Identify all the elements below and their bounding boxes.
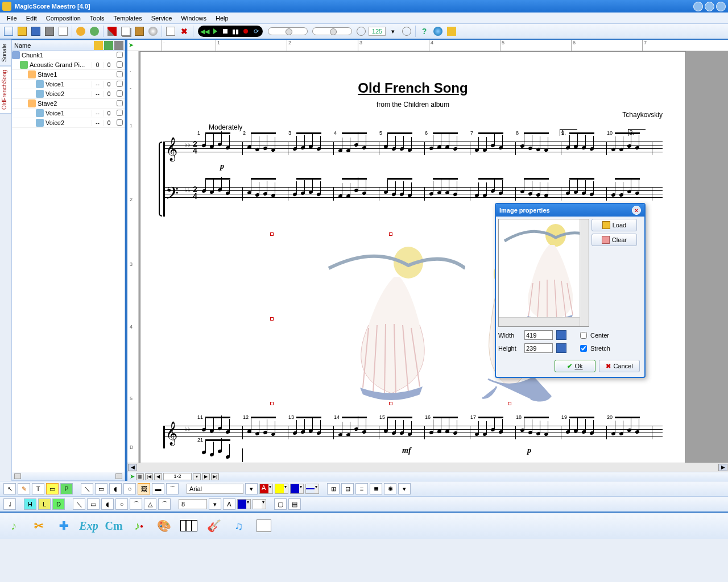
fit-button[interactable]: ▢ (274, 498, 287, 510)
volume-slider[interactable] (268, 27, 308, 35)
line-style-button[interactable]: ▾ (305, 484, 319, 494)
add-icon[interactable]: ✚ (55, 517, 73, 535)
preview-button[interactable] (57, 25, 69, 38)
line-color-button[interactable]: ▾ (290, 484, 304, 494)
menu-templates[interactable]: Templates (109, 14, 147, 23)
textbox-tool[interactable]: ▭ (46, 483, 59, 494)
tree-row[interactable]: Chunk1 (12, 51, 125, 60)
scroll-right-button[interactable] (115, 473, 122, 479)
last-page-button[interactable]: ▶| (211, 473, 219, 480)
ellipse2-tool[interactable]: ○ (115, 498, 128, 510)
height-calc-button[interactable] (556, 343, 566, 353)
menu-file[interactable]: File (2, 14, 22, 23)
piano-icon[interactable] (180, 517, 198, 535)
mixer-icon[interactable]: ♫ (230, 517, 248, 535)
tree-row[interactable]: Voice2--0 (12, 89, 125, 99)
view-mode-button[interactable]: ▦ (136, 473, 144, 480)
curve2-tool[interactable]: ⌒ (158, 498, 171, 510)
highlight-yellow[interactable]: L (38, 498, 51, 510)
embedded-image[interactable] (271, 234, 510, 404)
rect2-tool[interactable]: ▭ (87, 498, 100, 510)
horizontal-scrollbar[interactable]: ◀ ▶ (127, 463, 728, 472)
note-tool[interactable]: ♩ (3, 498, 16, 510)
rewind-button[interactable]: ◀◀ (200, 27, 209, 36)
roundrect-tool[interactable]: ◖ (109, 483, 122, 494)
maximize-button[interactable] (705, 2, 714, 11)
font-color-button[interactable]: A▾ (259, 484, 273, 494)
undo-button[interactable] (75, 25, 87, 38)
pen-tool[interactable]: ✎ (18, 483, 30, 494)
record-button[interactable] (241, 27, 250, 36)
align-left-button[interactable]: ≡ (355, 483, 368, 494)
palette-icon[interactable]: 🎨 (155, 517, 173, 535)
menu-tools[interactable]: Tools (85, 14, 109, 23)
scissors-icon[interactable]: ✂ (30, 517, 48, 535)
width-field[interactable] (524, 330, 553, 340)
minimize-button[interactable] (693, 2, 703, 11)
weight-button[interactable]: ▾ (253, 499, 266, 509)
page-layout-button[interactable]: ▤ (288, 498, 301, 510)
clear-button[interactable]: Clear (592, 234, 637, 246)
image-tool[interactable]: 🖼 (138, 483, 150, 494)
prev-page-button[interactable]: ◀ (154, 473, 162, 480)
pause-button[interactable]: ▮▮ (231, 27, 240, 36)
scroll-left-arrow[interactable]: ◀ (128, 464, 137, 471)
tree-row[interactable]: Stave1 (12, 70, 125, 80)
font-dropdown[interactable]: ▾ (245, 483, 258, 494)
menu-service[interactable]: Service (147, 14, 177, 23)
line2-tool[interactable]: ＼ (73, 498, 85, 510)
sidetab-sonate[interactable]: Sonate (0, 40, 11, 66)
sidetab-oldfrenchsong[interactable]: OldFrenchSong (0, 66, 11, 114)
chord-tool[interactable]: P (60, 483, 73, 494)
scroll-right-arrow[interactable]: ▶ (718, 464, 727, 471)
paste-button[interactable] (133, 25, 146, 38)
ungroup-button[interactable]: ⊟ (341, 483, 354, 494)
load-button[interactable]: Load (592, 219, 637, 231)
stop-button[interactable] (221, 27, 230, 36)
chord-icon[interactable]: Cm (105, 517, 123, 535)
zoom-out-button[interactable] (355, 25, 367, 38)
record-icon[interactable]: ♪● (130, 517, 148, 535)
save-button[interactable] (30, 25, 42, 38)
ellipse-tool[interactable]: ○ (123, 483, 136, 494)
cut-button[interactable] (106, 25, 118, 38)
tree-row[interactable]: Stave2 (12, 99, 125, 109)
fill-color-button[interactable]: ▾ (237, 499, 251, 509)
first-page-button[interactable]: |◀ (145, 473, 153, 480)
preview-vscroll[interactable] (580, 219, 589, 326)
tree-row[interactable]: Voice1--0 (12, 80, 125, 89)
symbol-button[interactable]: ✺ (384, 483, 396, 494)
triangle-tool[interactable]: △ (144, 498, 156, 510)
tree-row[interactable]: Acoustic Grand Pi...00 (12, 60, 125, 70)
page-dropdown[interactable]: ▾ (193, 473, 201, 480)
fill-tool[interactable]: ▬ (152, 483, 164, 494)
pan-slider[interactable] (312, 27, 352, 35)
open-button[interactable] (16, 25, 28, 38)
font-select[interactable] (187, 484, 243, 494)
roundrect2-tool[interactable]: ◖ (101, 498, 114, 510)
stretch-checkbox[interactable] (580, 345, 587, 352)
find-button[interactable] (147, 25, 159, 38)
note-entry-icon[interactable]: ♪ (5, 517, 23, 535)
play-button[interactable] (210, 27, 220, 36)
highlight-cyan[interactable]: H (24, 498, 36, 510)
tree-row[interactable]: Voice1--0 (12, 109, 125, 118)
page-field[interactable]: 1-2 (163, 473, 192, 480)
settings-icon[interactable] (114, 41, 123, 50)
preview-hscroll[interactable] (499, 317, 580, 326)
char-button[interactable]: A (223, 498, 235, 510)
text-tool[interactable]: T (32, 483, 44, 494)
redo-button[interactable] (88, 25, 101, 38)
align-center-button[interactable]: ≣ (370, 483, 382, 494)
menu-composition[interactable]: Composition (42, 14, 85, 23)
menu-edit[interactable]: Edit (22, 14, 42, 23)
close-button[interactable] (716, 2, 726, 11)
symbol-dropdown[interactable]: ▾ (398, 483, 411, 494)
layout-mode-icon[interactable] (255, 517, 273, 535)
copy-button[interactable] (119, 25, 132, 38)
structure-scrollbar[interactable] (12, 472, 125, 480)
height-field[interactable] (524, 343, 553, 353)
tree-row[interactable]: Voice2--0 (12, 118, 125, 128)
reload-icon[interactable] (104, 41, 113, 50)
cancel-button[interactable]: ✖ Cancel (599, 360, 640, 372)
